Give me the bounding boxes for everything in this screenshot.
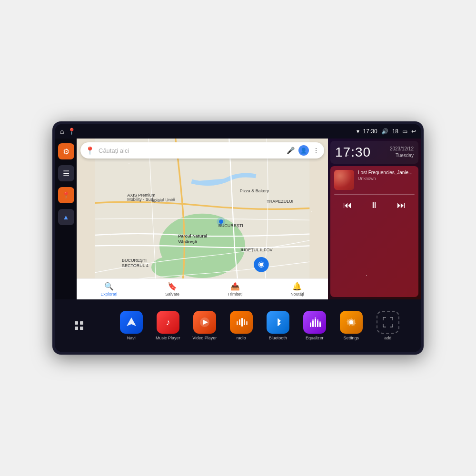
svg-text:BUCUREȘTI: BUCUREȘTI (122, 258, 147, 263)
wifi-icon: ▾ (357, 128, 359, 135)
svg-text:SECTORUL 4: SECTORUL 4 (122, 263, 149, 268)
app-video-player[interactable]: Video Player (188, 311, 222, 340)
map-saved-tab[interactable]: 🔖 Salvate (165, 282, 179, 297)
microphone-icon[interactable]: 🎤 (287, 147, 295, 154)
svg-text:Parcul Natural: Parcul Natural (178, 234, 207, 238)
pause-icon: ⏸ (370, 200, 378, 210)
svg-rect-40 (315, 317, 316, 318)
app-equalizer[interactable]: Equalizer (298, 311, 332, 340)
app-navi[interactable]: Navi (114, 311, 149, 340)
music-artist: Unknown (358, 176, 415, 181)
settings-icon (340, 311, 363, 334)
sidebar-settings-button[interactable]: ⚙ (58, 143, 74, 159)
navi-label: Navi (127, 336, 136, 340)
sidebar-files-button[interactable]: ☰ (58, 165, 74, 181)
radio-icon (230, 311, 253, 334)
add-label: add (384, 336, 391, 340)
map-bottom-bar: 🔍 Explorați 🔖 Salvate 📤 Trimiteți 🔔 Nout… (77, 278, 328, 299)
google-maps-icon: 📍 (85, 146, 95, 155)
music-controls: ⏮ ⏸ ⏭ (334, 198, 415, 212)
sidebar-maps-button[interactable]: 📍 (58, 187, 74, 203)
right-panel: 17:30 2023/12/12 Tuesday Lost Frequencie… (328, 139, 421, 299)
svg-rect-22 (75, 327, 78, 330)
map-pin-icon: 📍 (62, 191, 70, 199)
svg-rect-42 (317, 319, 318, 320)
map-svg: AXIS Premium Mobility - Sud Pizza & Bake… (77, 139, 328, 299)
map-search-bar[interactable]: 📍 Căutați aici 🎤 👤 ⋮ (80, 142, 324, 159)
svg-rect-39 (315, 318, 316, 327)
app-music-player[interactable]: ♪ Music Player (151, 311, 185, 340)
svg-rect-23 (80, 327, 83, 330)
sidebar-nav-button[interactable]: ▲ (58, 209, 74, 225)
battery-level: 18 (392, 128, 398, 135)
album-art-inner (334, 170, 354, 190)
svg-marker-24 (127, 317, 136, 326)
svg-rect-36 (310, 322, 311, 323)
more-options-icon[interactable]: ⋮ (313, 147, 319, 154)
status-right: ▾ 17:30 🔊 18 ▭ ↩ (357, 128, 416, 135)
svg-rect-28 (237, 321, 238, 325)
music-svg: ♪ (161, 316, 175, 329)
prev-icon: ⏮ (343, 200, 352, 210)
back-icon[interactable]: ↩ (411, 128, 416, 135)
map-share-tab[interactable]: 📤 Trimiteți (228, 282, 243, 297)
avatar-icon: 👤 (300, 148, 307, 154)
equalizer-svg (308, 316, 321, 329)
grid-icon (74, 320, 84, 331)
radio-label: radio (237, 336, 246, 340)
clock-time: 17:30 (335, 145, 371, 160)
svg-rect-37 (312, 320, 314, 327)
home-icon[interactable]: ⌂ (60, 128, 64, 135)
video-player-label: Video Player (192, 336, 217, 340)
svg-rect-41 (317, 320, 318, 327)
navigation-icon: ▲ (63, 213, 69, 221)
map-search-placeholder[interactable]: Căutați aici (99, 147, 283, 154)
music-player-icon: ♪ (157, 311, 179, 334)
pause-button[interactable]: ⏸ (366, 198, 382, 212)
video-player-icon (193, 311, 216, 334)
music-widget: Lost Frequencies_Janie... Unknown ⏮ ⏸ (330, 166, 418, 297)
user-avatar[interactable]: 👤 (298, 145, 309, 156)
app-settings[interactable]: Settings (334, 311, 368, 340)
settings-label: Settings (343, 336, 359, 340)
app-add[interactable]: add (371, 311, 405, 340)
prev-button[interactable]: ⏮ (339, 198, 356, 212)
radio-svg (235, 316, 248, 329)
bluetooth-icon (267, 311, 289, 334)
music-progress-bar[interactable] (334, 194, 415, 195)
svg-text:◉: ◉ (258, 260, 265, 268)
date-display: 2023/12/12 (390, 146, 414, 152)
app-bluetooth[interactable]: Bluetooth (261, 311, 295, 340)
map-explore-tab[interactable]: 🔍 Explorați (100, 282, 117, 297)
grid-menu-button[interactable] (71, 317, 87, 334)
svg-rect-44 (319, 321, 321, 322)
svg-text:Mobility - Sud: Mobility - Sud (127, 197, 153, 202)
music-info-row: Lost Frequencies_Janie... Unknown (334, 170, 415, 190)
main-content: ⚙ ☰ 📍 ▲ (55, 139, 421, 299)
map-container[interactable]: AXIS Premium Mobility - Sud Pizza & Bake… (77, 139, 328, 299)
volume-icon: 🔊 (381, 128, 388, 135)
equalizer-label: Equalizer (306, 336, 324, 340)
dock-apps-container: Navi ♪ Music Player (114, 311, 405, 340)
svg-rect-31 (244, 319, 245, 325)
svg-point-16 (219, 219, 223, 224)
svg-rect-29 (239, 319, 240, 325)
navi-svg (125, 316, 138, 329)
map-news-tab[interactable]: 🔔 Noutăți (290, 282, 304, 297)
clock-date: 2023/12/12 Tuesday (390, 146, 414, 159)
svg-rect-32 (246, 321, 248, 325)
sidebar: ⚙ ☰ 📍 ▲ (55, 139, 77, 299)
add-icon (377, 311, 399, 334)
maps-status-icon[interactable]: 📍 (68, 128, 76, 135)
settings-svg (345, 316, 358, 329)
clock-widget: 17:30 2023/12/12 Tuesday (330, 141, 418, 164)
svg-rect-43 (319, 322, 321, 327)
share-icon: 📤 (230, 282, 240, 291)
explore-label: Explorați (100, 292, 117, 297)
status-left: ⌂ 📍 (60, 128, 76, 135)
app-radio[interactable]: radio (224, 311, 258, 340)
music-info: Lost Frequencies_Janie... Unknown (358, 170, 415, 190)
explore-icon: 🔍 (104, 282, 114, 291)
next-button[interactable]: ⏭ (393, 198, 409, 212)
svg-text:♪: ♪ (166, 317, 170, 327)
